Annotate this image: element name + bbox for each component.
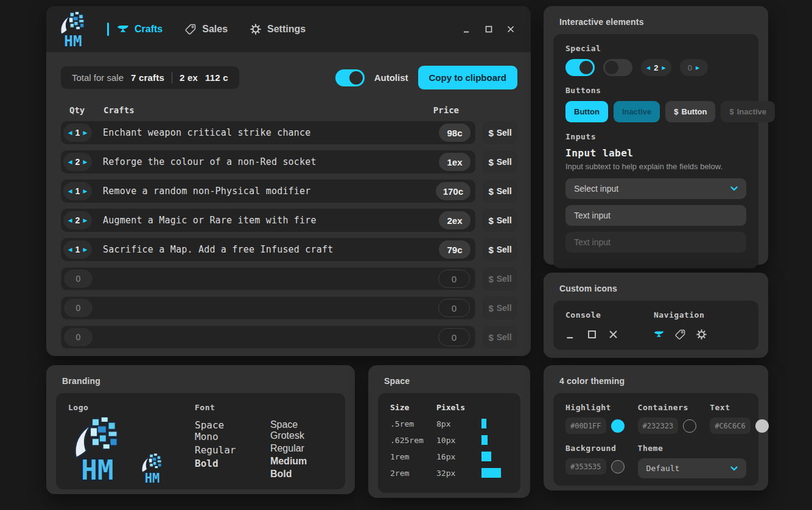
craft-row-body: ◀ 1 ▶ Remove a random non-Physical modif…: [61, 180, 475, 203]
craft-row-2: ◀ 2 ▶ Reforge the colour of a non-Red so…: [61, 150, 517, 173]
stepper-inactive[interactable]: 0 ▶: [680, 59, 708, 76]
close-icon[interactable]: [608, 329, 618, 340]
minimize-icon[interactable]: [463, 25, 471, 33]
toggle-on[interactable]: [565, 59, 595, 76]
minimize-icon[interactable]: [565, 329, 576, 340]
background-hex-input[interactable]: #353535: [565, 458, 606, 475]
dollar-icon: $: [488, 128, 493, 138]
theme-select[interactable]: Default: [638, 458, 746, 478]
autolist-toggle[interactable]: [335, 69, 365, 86]
dollar-icon: $: [488, 303, 493, 313]
font-weight: Medium: [270, 456, 333, 467]
maximize-icon[interactable]: [587, 329, 597, 340]
stepper-active[interactable]: ◀ 2 ▶: [641, 59, 671, 76]
dollar-icon: $: [674, 107, 678, 116]
increment-icon[interactable]: ▶: [83, 159, 87, 165]
increment-icon[interactable]: ▶: [83, 218, 87, 223]
text-swatch[interactable]: [755, 419, 769, 433]
quantity-stepper[interactable]: ◀ 1 ▶: [63, 124, 92, 142]
quantity-stepper[interactable]: ◀ 1 ▶: [63, 240, 92, 259]
primary-inactive-button[interactable]: Inactive: [614, 101, 660, 122]
increment-icon[interactable]: ▶: [662, 65, 665, 71]
decrement-icon[interactable]: ◀: [68, 130, 72, 136]
toggle-knob: [349, 71, 363, 85]
quantity-stepper[interactable]: 0: [64, 328, 93, 346]
quantity-stepper[interactable]: ◀ 2 ▶: [63, 211, 92, 229]
size-value: 2rem: [390, 469, 436, 478]
sell-button[interactable]: $ Sell: [483, 180, 517, 203]
column-price: Price: [433, 105, 459, 115]
containers-hex-input[interactable]: #232323: [638, 417, 679, 434]
select-input[interactable]: Select input: [565, 178, 746, 199]
toggle-off[interactable]: [603, 59, 632, 76]
sell-button[interactable]: $ Sell: [483, 209, 517, 232]
font-label: Font: [195, 403, 333, 412]
column-crafts: Crafts: [103, 105, 135, 115]
column-size: Size: [390, 403, 436, 412]
craft-row-8: 0 0 $ Sell: [61, 326, 517, 349]
tag-icon: [184, 24, 197, 35]
quantity-stepper[interactable]: 0: [64, 270, 93, 288]
increment-icon[interactable]: ▶: [83, 189, 87, 194]
sell-button[interactable]: $ Sell: [483, 267, 517, 290]
background-label: Background: [565, 444, 625, 453]
sell-button[interactable]: $ Sell: [483, 296, 517, 320]
font-weight: Bold: [270, 469, 333, 480]
sell-label: Sell: [497, 303, 512, 313]
sell-button[interactable]: $ Sell: [483, 121, 517, 144]
sell-button[interactable]: $ Sell: [483, 150, 517, 173]
size-bar: [481, 435, 488, 445]
column-qty: Qty: [69, 105, 103, 115]
copy-to-clipboard-button[interactable]: Copy to clipboard: [418, 66, 518, 89]
quantity-stepper[interactable]: 0: [64, 299, 93, 317]
anvil-icon[interactable]: [654, 329, 664, 340]
text-hex-input[interactable]: #C6C6C6: [710, 417, 751, 434]
tab-crafts[interactable]: Crafts: [107, 23, 163, 36]
interactive-elements-panel: Interactive elements Special ◀ 2 ▶ 0 ▶ B…: [544, 6, 768, 265]
maximize-icon[interactable]: [485, 25, 493, 33]
quantity-value: 0: [76, 332, 81, 342]
decrement-icon[interactable]: ◀: [68, 189, 72, 194]
primary-button[interactable]: Button: [565, 101, 608, 122]
increment-icon[interactable]: ▶: [83, 247, 87, 253]
price-badge: 0: [438, 328, 470, 346]
sell-label: Sell: [497, 332, 512, 342]
tag-icon[interactable]: [675, 329, 685, 340]
size-bar: [481, 468, 501, 478]
tab-label: Settings: [267, 24, 306, 35]
window-controls: [463, 25, 515, 33]
quantity-stepper[interactable]: ◀ 2 ▶: [63, 153, 92, 171]
containers-swatch[interactable]: [683, 419, 696, 433]
secondary-button[interactable]: $ Button: [665, 101, 715, 122]
toggle-knob: [605, 61, 618, 74]
decrement-icon[interactable]: ◀: [68, 159, 72, 165]
font-weight: Regular: [270, 443, 333, 454]
decrement-icon[interactable]: ◀: [68, 247, 72, 253]
tab-label: Sales: [202, 24, 228, 35]
tab-sales[interactable]: Sales: [184, 24, 228, 35]
price-badge: 79c: [439, 240, 471, 259]
decrement-icon[interactable]: ◀: [646, 65, 650, 71]
inputs-label: Inputs: [565, 132, 746, 141]
secondary-inactive-button[interactable]: $ Inactive: [721, 101, 775, 122]
quantity-stepper[interactable]: ◀ 1 ▶: [63, 182, 92, 200]
text-input-disabled[interactable]: Text input: [565, 232, 746, 253]
highlight-hex-input[interactable]: #00D1FF: [565, 417, 606, 434]
background-swatch[interactable]: [611, 460, 625, 473]
text-input[interactable]: Text input: [565, 205, 746, 226]
craft-name: Sacrifice a Map. Add a free Infused craf…: [103, 244, 333, 255]
hm-logo-small: [139, 453, 166, 485]
sell-button[interactable]: $ Sell: [483, 238, 517, 261]
increment-icon[interactable]: ▶: [83, 130, 87, 136]
increment-icon[interactable]: ▶: [696, 65, 699, 71]
sell-button[interactable]: $ Sell: [483, 326, 517, 349]
text-label: Text: [710, 403, 769, 412]
chevron-down-icon: [730, 186, 738, 191]
close-icon[interactable]: [506, 25, 515, 33]
gear-icon[interactable]: [696, 329, 707, 340]
tab-settings[interactable]: Settings: [250, 24, 306, 35]
highlight-swatch[interactable]: [611, 419, 625, 433]
decrement-icon[interactable]: ◀: [68, 218, 72, 223]
craft-row-body: ◀ 2 ▶ Augment a Magic or Rare item with …: [61, 209, 475, 232]
size-bar: [481, 452, 491, 461]
